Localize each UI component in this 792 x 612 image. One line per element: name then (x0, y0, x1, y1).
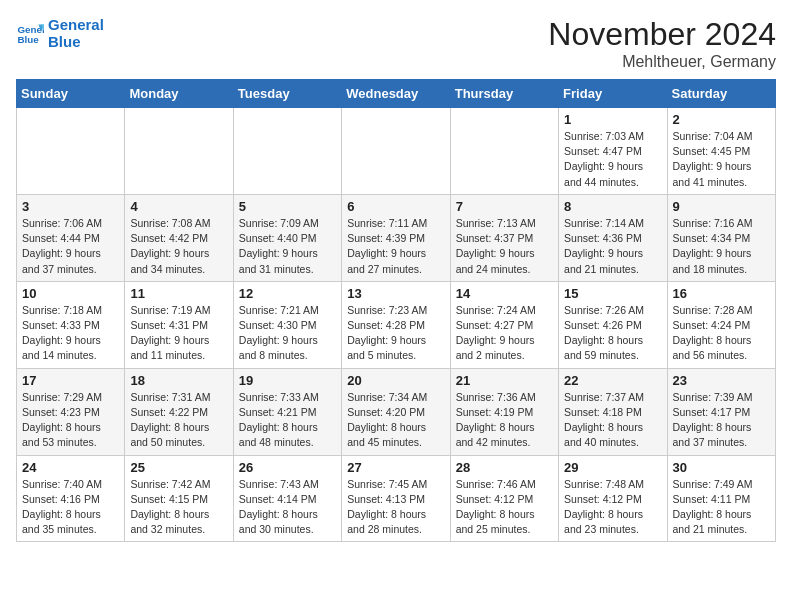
calendar-cell: 30Sunrise: 7:49 AM Sunset: 4:11 PM Dayli… (667, 455, 775, 542)
calendar-cell: 15Sunrise: 7:26 AM Sunset: 4:26 PM Dayli… (559, 281, 667, 368)
calendar-cell: 26Sunrise: 7:43 AM Sunset: 4:14 PM Dayli… (233, 455, 341, 542)
day-header-friday: Friday (559, 80, 667, 108)
day-number: 3 (22, 199, 119, 214)
calendar-cell: 10Sunrise: 7:18 AM Sunset: 4:33 PM Dayli… (17, 281, 125, 368)
day-number: 1 (564, 112, 661, 127)
day-number: 5 (239, 199, 336, 214)
day-number: 21 (456, 373, 553, 388)
calendar-body: 1Sunrise: 7:03 AM Sunset: 4:47 PM Daylig… (17, 108, 776, 542)
calendar-cell: 19Sunrise: 7:33 AM Sunset: 4:21 PM Dayli… (233, 368, 341, 455)
day-number: 25 (130, 460, 227, 475)
calendar-cell: 6Sunrise: 7:11 AM Sunset: 4:39 PM Daylig… (342, 194, 450, 281)
day-number: 20 (347, 373, 444, 388)
calendar-cell: 7Sunrise: 7:13 AM Sunset: 4:37 PM Daylig… (450, 194, 558, 281)
day-info: Sunrise: 7:40 AM Sunset: 4:16 PM Dayligh… (22, 477, 119, 538)
day-info: Sunrise: 7:06 AM Sunset: 4:44 PM Dayligh… (22, 216, 119, 277)
day-number: 27 (347, 460, 444, 475)
day-info: Sunrise: 7:29 AM Sunset: 4:23 PM Dayligh… (22, 390, 119, 451)
day-number: 6 (347, 199, 444, 214)
day-info: Sunrise: 7:42 AM Sunset: 4:15 PM Dayligh… (130, 477, 227, 538)
day-info: Sunrise: 7:04 AM Sunset: 4:45 PM Dayligh… (673, 129, 770, 190)
calendar-cell: 9Sunrise: 7:16 AM Sunset: 4:34 PM Daylig… (667, 194, 775, 281)
calendar-cell: 13Sunrise: 7:23 AM Sunset: 4:28 PM Dayli… (342, 281, 450, 368)
day-info: Sunrise: 7:31 AM Sunset: 4:22 PM Dayligh… (130, 390, 227, 451)
day-number: 9 (673, 199, 770, 214)
day-info: Sunrise: 7:33 AM Sunset: 4:21 PM Dayligh… (239, 390, 336, 451)
calendar-cell (125, 108, 233, 195)
logo-line2: Blue (48, 33, 104, 50)
day-info: Sunrise: 7:08 AM Sunset: 4:42 PM Dayligh… (130, 216, 227, 277)
calendar-cell: 16Sunrise: 7:28 AM Sunset: 4:24 PM Dayli… (667, 281, 775, 368)
day-number: 12 (239, 286, 336, 301)
day-number: 7 (456, 199, 553, 214)
location: Mehltheuer, Germany (548, 53, 776, 71)
day-info: Sunrise: 7:43 AM Sunset: 4:14 PM Dayligh… (239, 477, 336, 538)
day-info: Sunrise: 7:23 AM Sunset: 4:28 PM Dayligh… (347, 303, 444, 364)
calendar-cell: 11Sunrise: 7:19 AM Sunset: 4:31 PM Dayli… (125, 281, 233, 368)
day-number: 10 (22, 286, 119, 301)
calendar-cell (17, 108, 125, 195)
calendar-table: SundayMondayTuesdayWednesdayThursdayFrid… (16, 79, 776, 542)
calendar-cell: 14Sunrise: 7:24 AM Sunset: 4:27 PM Dayli… (450, 281, 558, 368)
calendar-cell: 29Sunrise: 7:48 AM Sunset: 4:12 PM Dayli… (559, 455, 667, 542)
day-header-wednesday: Wednesday (342, 80, 450, 108)
day-info: Sunrise: 7:21 AM Sunset: 4:30 PM Dayligh… (239, 303, 336, 364)
day-number: 28 (456, 460, 553, 475)
calendar-cell: 1Sunrise: 7:03 AM Sunset: 4:47 PM Daylig… (559, 108, 667, 195)
day-info: Sunrise: 7:45 AM Sunset: 4:13 PM Dayligh… (347, 477, 444, 538)
day-number: 29 (564, 460, 661, 475)
day-info: Sunrise: 7:24 AM Sunset: 4:27 PM Dayligh… (456, 303, 553, 364)
day-info: Sunrise: 7:34 AM Sunset: 4:20 PM Dayligh… (347, 390, 444, 451)
calendar-cell: 2Sunrise: 7:04 AM Sunset: 4:45 PM Daylig… (667, 108, 775, 195)
logo-icon: General Blue (16, 19, 44, 47)
calendar-cell: 8Sunrise: 7:14 AM Sunset: 4:36 PM Daylig… (559, 194, 667, 281)
day-info: Sunrise: 7:48 AM Sunset: 4:12 PM Dayligh… (564, 477, 661, 538)
calendar-week-5: 24Sunrise: 7:40 AM Sunset: 4:16 PM Dayli… (17, 455, 776, 542)
day-number: 30 (673, 460, 770, 475)
day-info: Sunrise: 7:36 AM Sunset: 4:19 PM Dayligh… (456, 390, 553, 451)
day-header-saturday: Saturday (667, 80, 775, 108)
day-header-monday: Monday (125, 80, 233, 108)
header: General Blue General Blue November 2024 … (16, 16, 776, 71)
day-info: Sunrise: 7:46 AM Sunset: 4:12 PM Dayligh… (456, 477, 553, 538)
day-info: Sunrise: 7:03 AM Sunset: 4:47 PM Dayligh… (564, 129, 661, 190)
day-number: 24 (22, 460, 119, 475)
day-info: Sunrise: 7:14 AM Sunset: 4:36 PM Dayligh… (564, 216, 661, 277)
day-number: 4 (130, 199, 227, 214)
day-info: Sunrise: 7:28 AM Sunset: 4:24 PM Dayligh… (673, 303, 770, 364)
title-area: November 2024 Mehltheuer, Germany (548, 16, 776, 71)
day-info: Sunrise: 7:09 AM Sunset: 4:40 PM Dayligh… (239, 216, 336, 277)
day-number: 2 (673, 112, 770, 127)
calendar-cell: 12Sunrise: 7:21 AM Sunset: 4:30 PM Dayli… (233, 281, 341, 368)
calendar-cell: 20Sunrise: 7:34 AM Sunset: 4:20 PM Dayli… (342, 368, 450, 455)
day-header-thursday: Thursday (450, 80, 558, 108)
day-number: 26 (239, 460, 336, 475)
calendar-cell: 27Sunrise: 7:45 AM Sunset: 4:13 PM Dayli… (342, 455, 450, 542)
day-number: 16 (673, 286, 770, 301)
day-info: Sunrise: 7:18 AM Sunset: 4:33 PM Dayligh… (22, 303, 119, 364)
day-number: 14 (456, 286, 553, 301)
day-number: 22 (564, 373, 661, 388)
calendar-cell (342, 108, 450, 195)
day-number: 18 (130, 373, 227, 388)
calendar-cell: 17Sunrise: 7:29 AM Sunset: 4:23 PM Dayli… (17, 368, 125, 455)
logo: General Blue General Blue (16, 16, 104, 51)
logo-line1: General (48, 16, 104, 33)
day-number: 15 (564, 286, 661, 301)
day-info: Sunrise: 7:39 AM Sunset: 4:17 PM Dayligh… (673, 390, 770, 451)
calendar-cell: 22Sunrise: 7:37 AM Sunset: 4:18 PM Dayli… (559, 368, 667, 455)
day-info: Sunrise: 7:19 AM Sunset: 4:31 PM Dayligh… (130, 303, 227, 364)
day-info: Sunrise: 7:13 AM Sunset: 4:37 PM Dayligh… (456, 216, 553, 277)
svg-text:Blue: Blue (17, 34, 39, 45)
calendar-cell: 18Sunrise: 7:31 AM Sunset: 4:22 PM Dayli… (125, 368, 233, 455)
calendar-cell: 21Sunrise: 7:36 AM Sunset: 4:19 PM Dayli… (450, 368, 558, 455)
calendar-week-4: 17Sunrise: 7:29 AM Sunset: 4:23 PM Dayli… (17, 368, 776, 455)
day-header-sunday: Sunday (17, 80, 125, 108)
day-number: 17 (22, 373, 119, 388)
day-number: 13 (347, 286, 444, 301)
calendar-cell (233, 108, 341, 195)
calendar-cell (450, 108, 558, 195)
calendar-cell: 3Sunrise: 7:06 AM Sunset: 4:44 PM Daylig… (17, 194, 125, 281)
day-info: Sunrise: 7:49 AM Sunset: 4:11 PM Dayligh… (673, 477, 770, 538)
calendar-cell: 28Sunrise: 7:46 AM Sunset: 4:12 PM Dayli… (450, 455, 558, 542)
